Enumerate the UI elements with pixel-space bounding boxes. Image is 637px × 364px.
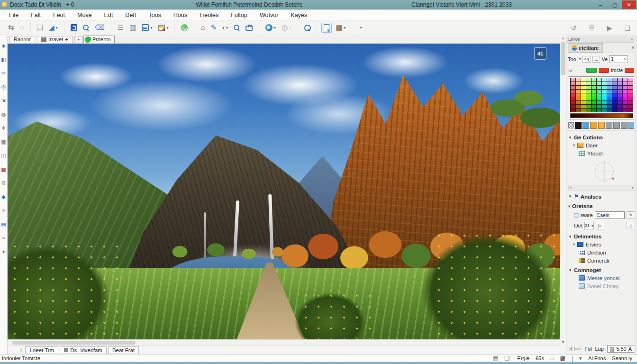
tree-item-sonel-chney[interactable]: Sonel Chney [566,282,637,290]
palette-cell[interactable] [571,93,575,97]
palette-cell[interactable] [628,109,633,112]
palette-cell[interactable] [602,93,607,97]
palette-cell[interactable] [612,86,617,89]
dots-icon[interactable]: ∷ [550,355,554,362]
red-tool-icon[interactable]: ▩ [0,166,7,173]
menu-item-hous[interactable]: Hous [167,11,193,19]
palette-cell[interactable] [571,78,575,82]
dropdown-caret-icon[interactable]: ▾ [274,26,276,30]
briefcase-icon-button[interactable] [244,23,255,32]
palette-cell[interactable] [602,86,607,89]
palette-cell[interactable] [571,97,575,100]
shear-tool-icon-button[interactable]: ◢▾ [47,23,60,32]
palette-cell[interactable] [597,93,601,97]
minimize-button[interactable]: – [593,0,608,9]
mini-scrollbar[interactable]: ◂▸ [568,185,635,191]
palette-cell[interactable] [586,105,591,108]
palette-cell[interactable] [607,97,612,100]
record-icon-button[interactable] [179,23,190,32]
palette-cell[interactable] [607,105,612,108]
palette-cell[interactable] [623,105,628,108]
rotation-gizmo[interactable]: ➤ [593,160,616,183]
palette-cell[interactable] [607,86,612,89]
palette-cell[interactable] [576,97,581,100]
palette-cell[interactable] [586,101,591,104]
clear-icon[interactable]: ✕ [623,57,626,61]
expand-caret-icon[interactable]: ▾ [573,143,575,147]
swap-arrows-icon-button[interactable]: ⇆ [6,23,16,32]
palette-cell[interactable] [607,109,612,112]
play-icon-button[interactable]: ▶ [605,23,614,33]
menu-item-wotvur[interactable]: Wotvur [254,11,284,19]
palette-cell[interactable] [581,93,586,97]
palette-cell[interactable] [592,86,596,89]
window-grid-icon-button[interactable]: ❏ [622,23,632,33]
frame-tool-icon[interactable]: ◫ [0,152,7,159]
more-dropdown-button[interactable]: ▾ [356,25,364,31]
palette-cell[interactable] [586,93,591,97]
palette-cell[interactable] [618,101,622,104]
tab-raonor[interactable]: Raonor [9,36,35,43]
palette-cell[interactable] [628,101,633,104]
palette-cell[interactable] [623,90,628,93]
menu-item-toos[interactable]: Toos [142,11,167,19]
expand-caret-icon[interactable]: ▾ [573,242,575,246]
transparency-checker-icon[interactable] [568,122,574,128]
menu-item-edt[interactable]: Edt [98,11,119,19]
palette-cell[interactable] [576,109,581,112]
palette-cell[interactable] [628,97,633,100]
tab-list-dropdown[interactable]: ▾ [74,36,83,43]
window-icon[interactable]: ▦ [493,355,498,362]
palette-cell[interactable] [602,90,607,93]
green-color-button[interactable] [586,68,597,73]
chart-icon-button[interactable]: ▥ [127,23,138,32]
palette-cell[interactable] [597,90,601,93]
palette-cell[interactable] [623,82,628,85]
bar-tool-icon[interactable]: ▤ [0,221,7,228]
palette-cell[interactable] [623,93,628,97]
maximize-button[interactable]: ▢ [608,0,622,9]
palette-cell[interactable] [581,86,586,89]
play-small-button[interactable]: ▷ [596,222,604,229]
palette-cell[interactable] [602,78,607,82]
palette-cell[interactable] [571,82,575,85]
palette-cell[interactable] [586,97,591,100]
palette-cell[interactable] [592,90,596,93]
menu-item-falt[interactable]: Falt [25,11,47,19]
menu-item-feot[interactable]: Feot [47,11,71,19]
chevron-left-icon-button[interactable]: ‹▾ [220,23,230,32]
palette-cell[interactable] [592,109,596,112]
palette-cell[interactable] [612,105,617,108]
palette-cell[interactable] [592,78,596,82]
palette-cell[interactable] [607,82,612,85]
palette-cell[interactable] [618,97,622,100]
bottom-tab-ds--idvecfam[interactable]: Ds- Idvecfam [60,346,107,354]
search-icon-button[interactable] [302,24,312,32]
palette-cell[interactable] [612,101,617,104]
navigator-badge[interactable]: 41 [534,47,546,60]
zoom-slider[interactable] [569,348,581,350]
palette-cell[interactable] [618,93,622,97]
bottom-tab-loeet-trm[interactable]: Loeet Trm [25,346,58,354]
red-color-button[interactable] [599,68,609,73]
move-tool-icon[interactable]: ◈ [0,42,7,49]
crop-tool-icon[interactable]: ⌗ [0,235,7,241]
zoom-slider-knob[interactable] [571,347,574,351]
horizontal-scrollbar[interactable] [8,339,560,345]
palette-cell[interactable] [602,105,607,108]
palette-cell[interactable] [576,78,581,82]
palette-cell[interactable] [618,90,622,93]
spray-tool-icon[interactable]: ✳ [0,207,7,214]
palette-cell[interactable] [612,90,617,93]
close-button[interactable]: ✕ [622,0,636,9]
palette-cell[interactable] [576,82,581,85]
floating-tool-tag[interactable]: Prdento [83,36,115,43]
palette-cell[interactable] [576,86,581,89]
bottom-tab-beat-frat[interactable]: Beat Frat [108,346,139,354]
palette-cell[interactable] [571,101,575,104]
down-arrow-icon[interactable]: ↓ [289,25,291,30]
shape-button[interactable]: ▭ [592,56,601,63]
palette-cell[interactable] [576,105,581,108]
palette-cell[interactable] [618,82,622,85]
palette-cell[interactable] [602,109,607,112]
